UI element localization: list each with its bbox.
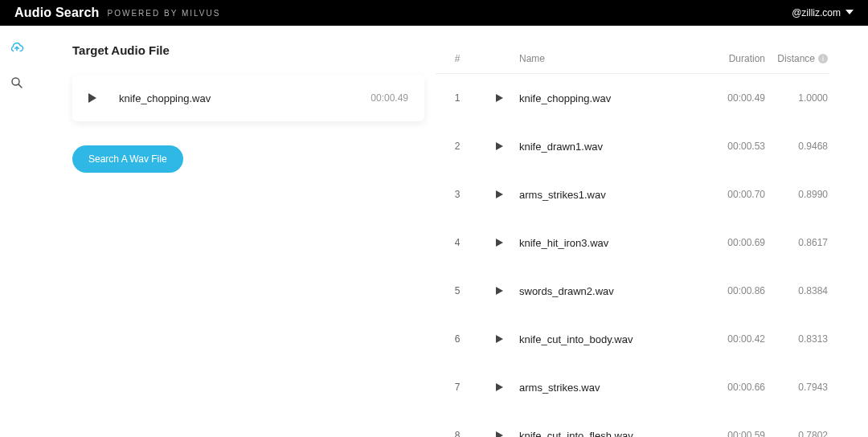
result-filename: knife_cut_into_body.wav	[519, 333, 701, 345]
result-index: 4	[436, 237, 479, 248]
results-panel: # Name Duration Distance i 1knife_choppi…	[436, 43, 868, 437]
target-filename: knife_chopping.wav	[119, 92, 211, 104]
target-section-title: Target Audio File	[72, 43, 424, 57]
play-icon[interactable]	[496, 383, 503, 391]
account-menu[interactable]: @zilliz.com	[792, 7, 854, 18]
result-row: 7arms_strikes.wav00:00.660.7943	[436, 363, 829, 411]
result-distance: 0.9468	[765, 141, 829, 152]
result-filename: knife_hit_iron3.wav	[519, 237, 701, 249]
result-row: 3arms_strikes1.wav00:00.700.8990	[436, 170, 829, 218]
play-icon[interactable]	[88, 93, 96, 103]
result-duration: 00:00.53	[701, 141, 765, 152]
play-icon[interactable]	[496, 190, 503, 198]
result-index: 2	[436, 141, 479, 152]
result-distance: 0.7943	[765, 382, 829, 393]
results-header: # Name Duration Distance i	[436, 43, 829, 74]
svg-line-2	[18, 84, 22, 88]
result-row: 1knife_chopping.wav00:00.491.0000	[436, 74, 829, 122]
result-row: 4knife_hit_iron3.wav00:00.690.8617	[436, 218, 829, 267]
topbar: Audio Search POWERED BY MILVUS @zilliz.c…	[0, 0, 868, 26]
play-icon[interactable]	[496, 239, 503, 247]
result-filename: knife_drawn1.wav	[519, 141, 701, 153]
play-icon[interactable]	[496, 335, 503, 343]
sidebar	[0, 26, 34, 437]
result-filename: arms_strikes.wav	[519, 382, 701, 394]
account-label: @zilliz.com	[792, 7, 841, 18]
play-icon[interactable]	[496, 287, 503, 295]
brand-title: Audio Search	[14, 6, 100, 20]
result-row: 8knife_cut_into_flesh.wav00:00.590.7802	[436, 411, 829, 437]
result-duration: 00:00.66	[701, 382, 765, 393]
result-index: 1	[436, 92, 479, 104]
result-distance: 0.8313	[765, 333, 829, 345]
results-body: 1knife_chopping.wav00:00.491.00002knife_…	[436, 74, 829, 437]
result-index: 7	[436, 382, 479, 393]
play-icon[interactable]	[496, 94, 503, 102]
result-distance: 0.8990	[765, 189, 829, 200]
result-filename: knife_chopping.wav	[519, 92, 701, 104]
upload-icon[interactable]	[10, 40, 24, 55]
result-duration: 00:00.49	[701, 92, 765, 104]
result-filename: knife_cut_into_flesh.wav	[519, 430, 701, 438]
result-row: 2knife_drawn1.wav00:00.530.9468	[436, 122, 829, 170]
chevron-down-icon	[845, 7, 854, 18]
result-row: 5swords_drawn2.wav00:00.860.8384	[436, 267, 829, 315]
col-distance: Distance i	[765, 53, 829, 64]
target-duration: 00:00.49	[371, 92, 408, 104]
play-icon[interactable]	[496, 431, 503, 437]
result-filename: swords_drawn2.wav	[519, 285, 701, 297]
powered-by-label: POWERED BY MILVUS	[108, 9, 221, 18]
play-icon[interactable]	[496, 142, 503, 150]
result-index: 8	[436, 430, 479, 437]
result-filename: arms_strikes1.wav	[519, 189, 701, 201]
col-name: Name	[519, 53, 701, 64]
result-index: 5	[436, 285, 479, 296]
search-icon[interactable]	[10, 76, 24, 90]
result-duration: 00:00.42	[701, 333, 765, 345]
result-duration: 00:00.70	[701, 189, 765, 200]
col-index: #	[436, 53, 479, 64]
result-duration: 00:00.69	[701, 237, 765, 248]
target-audio-card: knife_chopping.wav 00:00.49	[72, 75, 424, 121]
result-distance: 1.0000	[765, 92, 829, 104]
result-distance: 0.8617	[765, 237, 829, 248]
result-duration: 00:00.59	[701, 430, 765, 437]
result-distance: 0.7802	[765, 430, 829, 437]
result-distance: 0.8384	[765, 285, 829, 296]
svg-marker-0	[845, 10, 854, 14]
result-duration: 00:00.86	[701, 285, 765, 296]
result-index: 3	[436, 189, 479, 200]
left-panel: Target Audio File knife_chopping.wav 00:…	[34, 43, 436, 437]
result-row: 6knife_cut_into_body.wav00:00.420.8313	[436, 315, 829, 363]
col-duration: Duration	[701, 53, 765, 64]
search-wav-button[interactable]: Search A Wav File	[72, 145, 183, 173]
info-icon[interactable]: i	[818, 54, 828, 63]
result-index: 6	[436, 333, 479, 345]
